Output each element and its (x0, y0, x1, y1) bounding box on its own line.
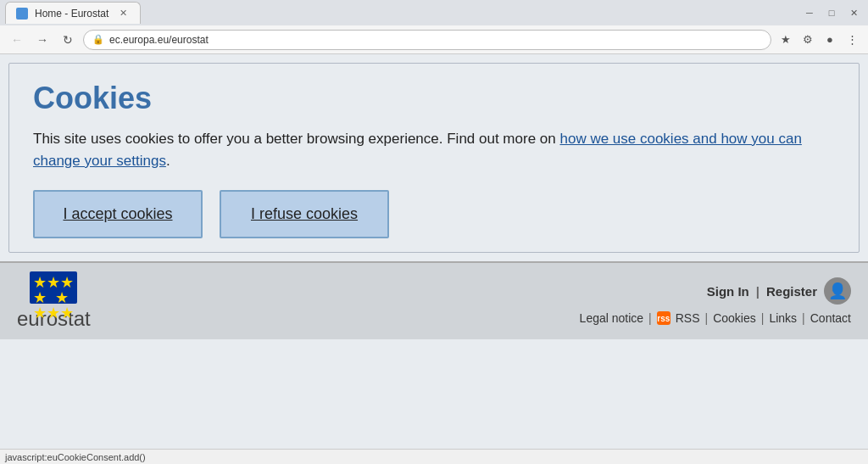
cookie-title: Cookies (33, 81, 835, 116)
status-bar: javascript:euCookieConsent.add() (0, 449, 868, 464)
footer-divider-3: | (705, 311, 709, 325)
lock-icon: 🔒 (92, 34, 104, 45)
footer-right: Sign In | Register 👤 Legal notice | rss … (108, 277, 851, 325)
footer-divider-4: | (761, 311, 765, 325)
footer-logo-area: ★★★★ ★★★★ eurostat (17, 271, 91, 331)
cookie-period: . (166, 153, 170, 169)
menu-icon[interactable]: ⋮ (843, 31, 861, 49)
browser-frame: Home - Eurostat ✕ ─ □ ✕ ← → ↻ 🔒 ec.europ… (0, 0, 868, 464)
url-bar[interactable]: 🔒 ec.europa.eu/eurostat (83, 30, 771, 50)
tab-title: Home - Eurostat (35, 8, 108, 20)
maximize-button[interactable]: □ (822, 4, 841, 21)
refuse-cookies-button[interactable]: I refuse cookies (220, 190, 389, 238)
extensions-icon[interactable]: ⚙ (798, 31, 817, 49)
tab-close-button[interactable]: ✕ (116, 7, 130, 20)
legal-notice-link[interactable]: Legal notice (580, 311, 644, 325)
tab-area: Home - Eurostat ✕ (5, 2, 793, 24)
browser-tab[interactable]: Home - Eurostat ✕ (5, 2, 141, 24)
window-controls: ─ □ ✕ (800, 4, 863, 21)
cookies-link[interactable]: Cookies (713, 311, 756, 325)
status-text: javascript:euCookieConsent.add() (5, 452, 146, 462)
profile-icon[interactable]: ● (821, 31, 839, 49)
bookmark-icon[interactable]: ★ (776, 31, 795, 49)
cookie-body-text: This site uses cookies to offer you a be… (33, 131, 559, 147)
rss-icon: rss (657, 311, 670, 325)
close-button[interactable]: ✕ (844, 4, 863, 21)
footer-divider-2: | (648, 311, 652, 325)
contact-link[interactable]: Contact (810, 311, 851, 325)
links-link[interactable]: Links (769, 311, 797, 325)
user-icon: 👤 (824, 277, 851, 305)
url-text: ec.europa.eu/eurostat (109, 34, 209, 46)
address-bar: ← → ↻ 🔒 ec.europa.eu/eurostat ★ ⚙ ● ⋮ (0, 25, 868, 54)
sign-in-link[interactable]: Sign In (707, 284, 749, 299)
footer: ★★★★ ★★★★ eurostat Sign In | Register 👤 … (0, 261, 868, 339)
forward-button[interactable]: → (32, 30, 53, 50)
cookie-dialog: Cookies This site uses cookies to offer … (8, 63, 860, 253)
back-button[interactable]: ← (7, 30, 27, 50)
cookie-body: This site uses cookies to offer you a be… (33, 128, 835, 171)
footer-bottom-links: Legal notice | rss RSS | Cookies | Links… (580, 311, 851, 325)
address-actions: ★ ⚙ ● ⋮ (776, 31, 861, 49)
eu-stars: ★★★★ ★★★★ (33, 275, 74, 321)
minimize-button[interactable]: ─ (800, 4, 819, 21)
eu-flag: ★★★★ ★★★★ (30, 271, 77, 304)
tab-favicon (16, 8, 28, 20)
refresh-button[interactable]: ↻ (58, 30, 78, 50)
footer-divider-5: | (802, 311, 805, 325)
cookie-buttons: I accept cookies I refuse cookies (33, 190, 835, 238)
rss-link[interactable]: RSS (676, 311, 700, 325)
register-link[interactable]: Register (766, 284, 817, 299)
page-content: Cookies This site uses cookies to offer … (0, 54, 868, 449)
footer-top-links: Sign In | Register 👤 (707, 277, 851, 305)
title-bar: Home - Eurostat ✕ ─ □ ✕ (0, 0, 868, 25)
accept-cookies-button[interactable]: I accept cookies (33, 190, 203, 238)
footer-divider-1: | (756, 284, 760, 299)
